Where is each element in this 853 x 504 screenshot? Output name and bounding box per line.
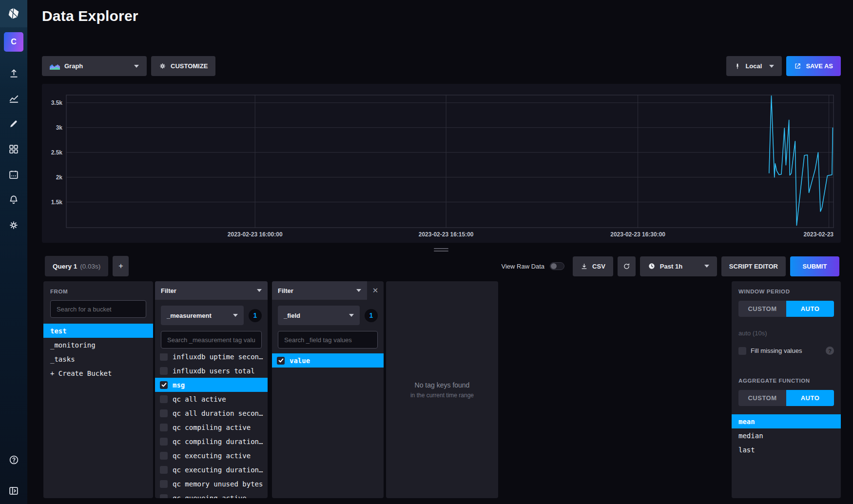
svg-text:2k: 2k bbox=[56, 174, 63, 181]
settings-gear-icon[interactable] bbox=[0, 215, 27, 235]
svg-text:2023-02-23: 2023-02-23 bbox=[804, 231, 834, 238]
view-type-label: Graph bbox=[64, 62, 83, 70]
measurement-item[interactable]: qc_compiling_active bbox=[155, 420, 268, 434]
tag-key-dropdown[interactable]: _field bbox=[278, 306, 360, 325]
chevron-down-icon bbox=[356, 289, 361, 292]
data-explorer-graph-icon[interactable] bbox=[0, 89, 27, 108]
time-range-dropdown[interactable]: Past 1h bbox=[640, 256, 717, 276]
tasks-calendar-icon[interactable] bbox=[0, 165, 27, 184]
checkbox[interactable] bbox=[160, 395, 168, 403]
aggregate-function[interactable]: last bbox=[732, 443, 841, 457]
checked-checkbox[interactable] bbox=[160, 381, 168, 389]
filter-type-dropdown[interactable]: Filter bbox=[155, 281, 268, 300]
filter-type-dropdown[interactable]: Filter bbox=[272, 281, 367, 300]
aggregate-segmented: CUSTOM AUTO bbox=[738, 390, 834, 406]
collapse-nav-icon[interactable] bbox=[0, 481, 27, 501]
checkbox[interactable] bbox=[160, 367, 168, 375]
checkbox[interactable] bbox=[160, 424, 168, 431]
field-search-input[interactable] bbox=[278, 331, 378, 349]
influxdb-logo-icon[interactable] bbox=[0, 0, 27, 27]
svg-text:3k: 3k bbox=[56, 124, 63, 131]
measurement-item[interactable]: qc_compiling_duration_seconds bbox=[155, 434, 268, 448]
filter-header-label: Filter bbox=[161, 287, 176, 294]
bucket-search-input[interactable] bbox=[50, 300, 146, 318]
view-type-dropdown[interactable]: Graph bbox=[42, 56, 147, 76]
measurement-item[interactable]: qc_executing_active bbox=[155, 448, 268, 463]
checkbox[interactable] bbox=[160, 466, 168, 474]
add-query-button[interactable]: + bbox=[113, 256, 129, 276]
resize-handle[interactable] bbox=[429, 247, 453, 252]
svg-text:2023-02-23 16:30:00: 2023-02-23 16:30:00 bbox=[610, 231, 665, 238]
help-icon[interactable] bbox=[0, 450, 27, 469]
measurement-item[interactable]: qc_queueing_active bbox=[155, 491, 268, 498]
data-explorer-screen: C bbox=[0, 0, 853, 504]
aggregate-function[interactable]: median bbox=[732, 428, 841, 443]
checkbox[interactable] bbox=[160, 438, 168, 446]
filter-header-label: Filter bbox=[278, 287, 293, 294]
measurement-item-selected[interactable]: msg bbox=[155, 378, 268, 392]
bucket-item[interactable]: test bbox=[43, 324, 153, 338]
save-as-button[interactable]: SAVE AS bbox=[786, 56, 841, 76]
time-range-label: Past 1h bbox=[660, 263, 682, 270]
variables-local-dropdown[interactable]: Local bbox=[726, 56, 782, 76]
bucket-item[interactable]: _tasks bbox=[43, 352, 153, 366]
measurement-item[interactable]: qc_memory_unused_bytes bbox=[155, 477, 268, 491]
checkbox[interactable] bbox=[160, 494, 168, 499]
csv-label: CSV bbox=[592, 263, 605, 270]
measurement-search-input[interactable] bbox=[161, 331, 262, 349]
checkbox[interactable] bbox=[160, 409, 168, 417]
field-item-selected[interactable]: value bbox=[272, 353, 384, 368]
submit-label: SUBMIT bbox=[803, 263, 827, 270]
from-title: FROM bbox=[43, 281, 153, 294]
view-raw-data-toggle[interactable] bbox=[550, 262, 564, 270]
window-custom-button[interactable]: CUSTOM bbox=[738, 301, 786, 317]
upload-icon[interactable] bbox=[0, 63, 27, 83]
script-editor-button[interactable]: SCRIPT EDITOR bbox=[721, 256, 786, 276]
aggregate-auto-button[interactable]: AUTO bbox=[786, 390, 834, 406]
svg-text:2023-02-23 16:00:00: 2023-02-23 16:00:00 bbox=[228, 231, 283, 238]
chevron-down-icon bbox=[233, 314, 238, 317]
bucket-item[interactable]: _monitoring bbox=[43, 338, 153, 352]
alerts-bell-icon[interactable] bbox=[0, 190, 27, 210]
checked-checkbox[interactable] bbox=[277, 357, 285, 365]
measurement-item[interactable]: qc_all_duration_seconds bbox=[155, 406, 268, 420]
customize-button[interactable]: CUSTOMIZE bbox=[151, 56, 215, 76]
download-icon bbox=[581, 263, 588, 270]
view-raw-data-label: View Raw Data bbox=[501, 263, 544, 270]
aggregate-custom-button[interactable]: CUSTOM bbox=[738, 390, 786, 406]
query-tab[interactable]: Query 1 (0.03s) bbox=[45, 256, 108, 276]
measurement-item[interactable]: influxdb_users_total bbox=[155, 364, 268, 378]
gear-icon bbox=[159, 62, 166, 70]
time-series-chart: 3.5k3k2.5k2k1.5k2023-02-23 16:00:002023-… bbox=[42, 84, 841, 243]
create-bucket-button[interactable]: + Create Bucket bbox=[43, 366, 153, 380]
aggregate-function-selected[interactable]: mean bbox=[732, 414, 841, 428]
csv-button[interactable]: CSV bbox=[573, 256, 613, 276]
fill-missing-label: Fill missing values bbox=[751, 347, 802, 354]
chevron-down-icon bbox=[257, 289, 262, 292]
submit-button[interactable]: SUBMIT bbox=[790, 256, 839, 276]
notebooks-pencil-icon[interactable] bbox=[0, 114, 27, 134]
measurement-item[interactable]: influxdb_uptime_seconds bbox=[155, 353, 268, 364]
measurement-item[interactable]: qc_executing_duration_seconds bbox=[155, 463, 268, 477]
measurement-list: influxdb_uptime_seconds influxdb_users_t… bbox=[155, 353, 268, 498]
svg-text:2023-02-23 16:15:00: 2023-02-23 16:15:00 bbox=[419, 231, 474, 238]
filter-field-panel: Filter _field 1 value bbox=[272, 281, 384, 498]
dashboards-grid-icon[interactable] bbox=[0, 139, 27, 159]
tag-key-dropdown[interactable]: _measurement bbox=[161, 306, 244, 325]
checkbox[interactable] bbox=[160, 452, 168, 460]
help-icon[interactable] bbox=[826, 347, 834, 355]
svg-text:2.5k: 2.5k bbox=[51, 149, 63, 156]
refresh-button[interactable] bbox=[618, 256, 636, 276]
tag-key-label: _field bbox=[284, 312, 300, 319]
measurement-item[interactable]: qc_all_active bbox=[155, 392, 268, 406]
window-auto-button[interactable]: AUTO bbox=[786, 301, 834, 317]
empty-tag-panel: No tag keys found in the current time ra… bbox=[386, 281, 498, 498]
toggle-knob bbox=[551, 263, 557, 269]
fill-missing-checkbox[interactable] bbox=[738, 347, 746, 355]
local-label: Local bbox=[745, 62, 762, 70]
checkbox[interactable] bbox=[160, 353, 168, 361]
remove-filter-button[interactable] bbox=[367, 281, 384, 300]
window-auto-value: auto (10s) bbox=[732, 317, 841, 337]
org-avatar[interactable]: C bbox=[4, 32, 23, 52]
checkbox[interactable] bbox=[160, 480, 168, 488]
